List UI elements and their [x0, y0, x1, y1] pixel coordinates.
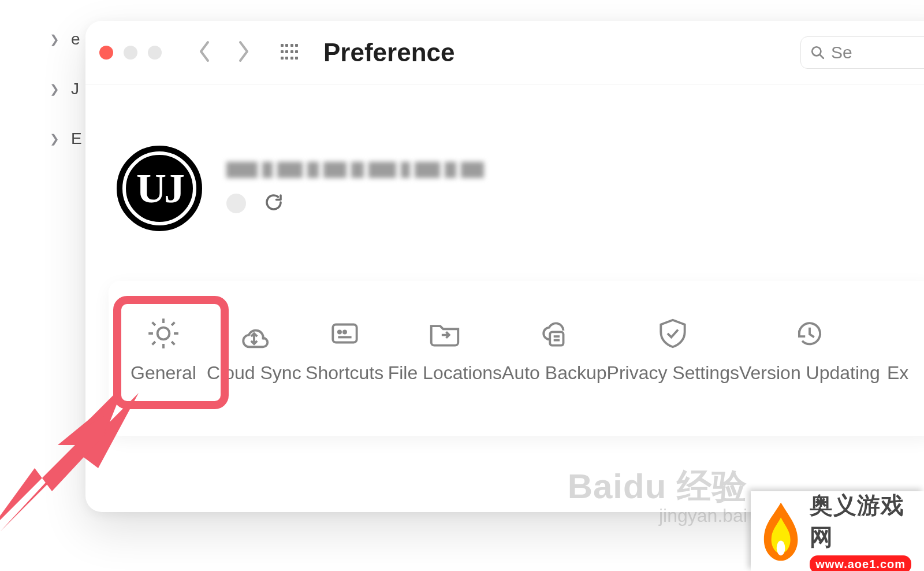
account-section: UJ [85, 84, 924, 281]
svg-point-12 [777, 540, 785, 555]
nav-forward-button[interactable] [236, 40, 252, 65]
cloud-icon [236, 316, 272, 351]
search-input[interactable]: Se [800, 36, 924, 69]
site-badge-url: www.aoe1.com [810, 555, 911, 572]
tab-cloud-sync[interactable]: Cloud Sync [207, 316, 301, 384]
tab-version-updating[interactable]: Version Updating [739, 316, 880, 384]
tab-label: Ex [887, 362, 908, 384]
tab-label: Privacy Settings [607, 362, 739, 384]
tab-extra[interactable]: Ex [880, 316, 916, 384]
chevron-right-icon: ❯ [50, 82, 59, 96]
svg-point-5 [344, 331, 346, 333]
site-badge-name: 奥义游戏网 [810, 490, 918, 553]
preference-window: Preference Se UJ [85, 21, 924, 512]
tab-label: Version Updating [739, 362, 880, 384]
shield-icon [655, 316, 691, 351]
bg-item-letter: e [71, 30, 80, 49]
tab-privacy-settings[interactable]: Privacy Settings [607, 316, 739, 384]
gear-icon [146, 316, 181, 351]
history-icon [792, 316, 828, 351]
flame-icon [757, 496, 805, 566]
tab-label: Auto Backup [502, 362, 606, 384]
window-minimize-button[interactable] [124, 46, 137, 60]
backup-icon [536, 316, 572, 351]
chevron-right-icon: ❯ [50, 32, 59, 46]
tab-general[interactable]: General [120, 316, 207, 384]
tab-file-locations[interactable]: File Locations [388, 316, 502, 384]
background-sidebar-item[interactable]: ❯ e [50, 30, 82, 49]
tab-label: File Locations [388, 362, 502, 384]
background-sidebar: ❯ e ❯ J ❯ E [50, 30, 82, 179]
site-badge: 奥义游戏网 www.aoe1.com [751, 491, 924, 571]
chevron-right-icon: ❯ [50, 132, 59, 146]
avatar[interactable]: UJ [113, 142, 206, 235]
background-sidebar-item[interactable]: ❯ J [50, 80, 82, 98]
account-name-redacted [226, 162, 484, 178]
more-icon [880, 316, 916, 351]
window-close-button[interactable] [99, 46, 113, 60]
window-title: Preference [323, 38, 454, 67]
tab-label: Cloud Sync [207, 362, 301, 384]
svg-rect-7 [550, 332, 563, 345]
show-all-icon[interactable] [281, 44, 298, 61]
tab-shortcuts[interactable]: Shortcuts [301, 316, 388, 384]
keyboard-icon [327, 316, 363, 351]
background-sidebar-item[interactable]: ❯ E [50, 129, 82, 148]
search-icon [810, 45, 825, 60]
svg-point-4 [338, 331, 341, 333]
refresh-button[interactable] [263, 192, 284, 215]
tab-auto-backup[interactable]: Auto Backup [502, 316, 606, 384]
bg-item-letter: J [71, 80, 79, 98]
nav-back-button[interactable] [196, 40, 213, 65]
folder-icon [427, 316, 463, 351]
search-placeholder: Se [831, 43, 852, 62]
bg-item-letter: E [71, 129, 82, 148]
window-maximize-button[interactable] [148, 46, 162, 60]
svg-line-1 [819, 54, 824, 58]
svg-point-2 [158, 328, 170, 340]
sync-status-icon [226, 194, 246, 213]
tab-label: General [131, 362, 196, 384]
tab-label: Shortcuts [305, 362, 383, 384]
preference-tabs: General Cloud Sync Shortcuts File Locati… [109, 281, 924, 436]
window-controls [99, 46, 162, 60]
window-titlebar: Preference Se [85, 21, 924, 84]
